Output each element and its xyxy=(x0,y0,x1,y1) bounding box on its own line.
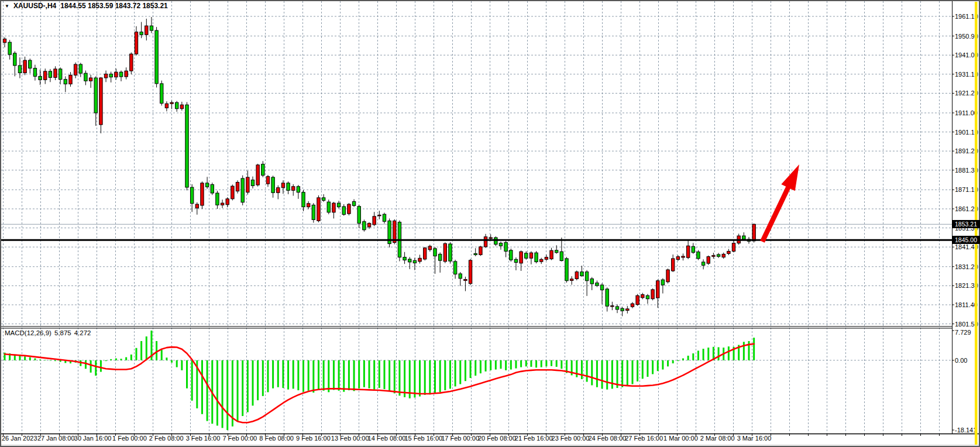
candlestick xyxy=(641,295,644,298)
macd-axis-label[interactable]: 0.00 xyxy=(955,357,967,364)
candlestick xyxy=(312,205,315,219)
candlestick xyxy=(185,105,188,187)
candlestick xyxy=(535,253,538,262)
time-axis-label[interactable]: 13 Feb 00:00 xyxy=(331,435,369,442)
candlestick xyxy=(565,259,568,281)
time-axis-label[interactable]: 21 Feb 16:00 xyxy=(515,435,553,442)
price-axis-label[interactable]: 1871.10 xyxy=(955,186,978,193)
candlestick xyxy=(545,257,548,260)
price-axis-label[interactable]: 1831.20 xyxy=(955,263,978,270)
price-axis-label[interactable]: 1931.10 xyxy=(955,71,978,78)
time-axis-label[interactable]: 9 Feb 16:00 xyxy=(296,435,331,442)
price-axis-label[interactable]: 1961.10 xyxy=(955,13,978,20)
macd-name-label: MACD(12,26,9) xyxy=(5,329,51,336)
candlestick xyxy=(666,270,669,282)
price-axis-label[interactable]: 1841.40 xyxy=(955,243,978,250)
candlestick xyxy=(676,257,679,260)
time-axis-label[interactable]: 2 Mar 08:00 xyxy=(700,435,735,442)
candlestick xyxy=(281,183,284,188)
time-axis-label[interactable]: 3 Mar 16:00 xyxy=(737,435,772,442)
candlestick xyxy=(682,256,685,257)
time-axis-label[interactable]: 1 Mar 00:00 xyxy=(663,435,698,442)
candlestick xyxy=(438,254,441,260)
candlestick xyxy=(722,254,725,257)
candlestick xyxy=(246,177,249,192)
candlestick xyxy=(646,295,649,299)
candlestick xyxy=(49,71,51,78)
time-axis-label[interactable]: 27 Jan 08:00 xyxy=(37,435,75,442)
candlestick xyxy=(453,262,456,274)
candlestick xyxy=(317,198,320,221)
candlestick xyxy=(692,246,694,252)
candlestick xyxy=(236,183,239,191)
candlestick xyxy=(555,250,558,253)
candlestick xyxy=(600,285,603,290)
candlestick xyxy=(418,258,421,262)
candlestick xyxy=(671,259,674,271)
candlestick xyxy=(499,243,502,246)
price-axis-label[interactable]: 1811.40 xyxy=(955,301,978,308)
time-axis-label[interactable]: 1 Feb 00:00 xyxy=(112,435,147,442)
candlestick xyxy=(611,306,614,307)
chart-title[interactable]: ▼ XAUUSD-,H4 1844.55 1853.59 1843.72 185… xyxy=(5,2,168,10)
candlestick xyxy=(59,69,61,80)
candlestick xyxy=(271,177,274,192)
candlestick xyxy=(575,272,578,279)
candlestick xyxy=(89,78,92,81)
candlestick xyxy=(510,250,513,260)
price-axis-label[interactable]: 1881.30 xyxy=(955,167,978,174)
candlestick xyxy=(434,249,436,256)
chevron-down-icon[interactable]: ▼ xyxy=(5,4,9,9)
price-axis-label[interactable]: 1821.30 xyxy=(955,282,978,289)
candlestick xyxy=(631,304,634,307)
candlestick xyxy=(474,253,477,255)
candlestick xyxy=(292,187,295,191)
time-axis-label[interactable]: 7 Feb 00:00 xyxy=(222,435,257,442)
time-axis-label[interactable]: 27 Feb 16:00 xyxy=(625,435,663,442)
time-axis-label[interactable]: 2 Feb 08:00 xyxy=(149,435,184,442)
time-axis-label[interactable]: 20 Feb 08:00 xyxy=(478,435,516,442)
candlestick xyxy=(135,32,137,54)
candlestick xyxy=(590,279,593,284)
price-axis-label[interactable]: 1801.50 xyxy=(955,321,978,328)
candlestick xyxy=(33,68,36,77)
candlestick xyxy=(484,237,487,247)
price-axis-label[interactable]: 1891.20 xyxy=(955,147,978,154)
price-axis-label[interactable]: 1941.00 xyxy=(955,51,978,59)
candlestick xyxy=(216,193,219,205)
price-axis-label[interactable]: 1911.00 xyxy=(955,109,978,116)
chart-window: 1961.101950.901941.001931.101921.201911.… xyxy=(0,0,980,447)
price-axis-label[interactable]: 1901.10 xyxy=(955,129,978,136)
candlestick xyxy=(504,242,507,251)
time-axis-label[interactable]: 3 Feb 16:00 xyxy=(186,435,221,442)
time-axis-label[interactable]: 14 Feb 08:00 xyxy=(368,435,406,442)
candlestick xyxy=(241,178,244,202)
candlestick xyxy=(84,73,87,81)
price-axis-label[interactable]: 1950.90 xyxy=(955,33,978,40)
candlestick xyxy=(64,80,67,84)
time-axis-label[interactable]: 8 Feb 08:00 xyxy=(259,435,294,442)
candlestick xyxy=(190,187,193,204)
price-axis-label[interactable]: 1921.20 xyxy=(955,90,978,97)
symbol-timeframe-label: XAUUSD-,H4 xyxy=(13,2,56,10)
time-axis-label[interactable]: 24 Feb 08:00 xyxy=(588,435,626,442)
macd-axis-label[interactable]: -18.141 xyxy=(955,427,976,434)
candlestick xyxy=(626,309,629,311)
time-axis-label[interactable]: 23 Feb 00:00 xyxy=(552,435,590,442)
time-axis-label[interactable]: 30 Jan 16:00 xyxy=(74,435,112,442)
price-axis-label[interactable]: 1861.20 xyxy=(955,205,978,212)
macd-axis-label[interactable]: 7.729 xyxy=(955,329,971,336)
candlestick xyxy=(327,202,330,212)
candlestick xyxy=(195,204,198,208)
candlestick xyxy=(74,64,77,75)
candlestick xyxy=(332,203,335,212)
candlestick xyxy=(352,201,355,205)
candlestick xyxy=(727,251,730,253)
time-axis-label[interactable]: 17 Feb 00:00 xyxy=(441,435,479,442)
candlestick xyxy=(226,199,229,205)
candlestick xyxy=(302,192,305,207)
time-axis-label[interactable]: 15 Feb 16:00 xyxy=(404,435,442,442)
chart-canvas[interactable]: 1961.101950.901941.001931.101921.201911.… xyxy=(0,0,980,447)
candlestick xyxy=(160,84,163,104)
time-axis-label[interactable]: 26 Jan 2023 xyxy=(2,435,37,442)
